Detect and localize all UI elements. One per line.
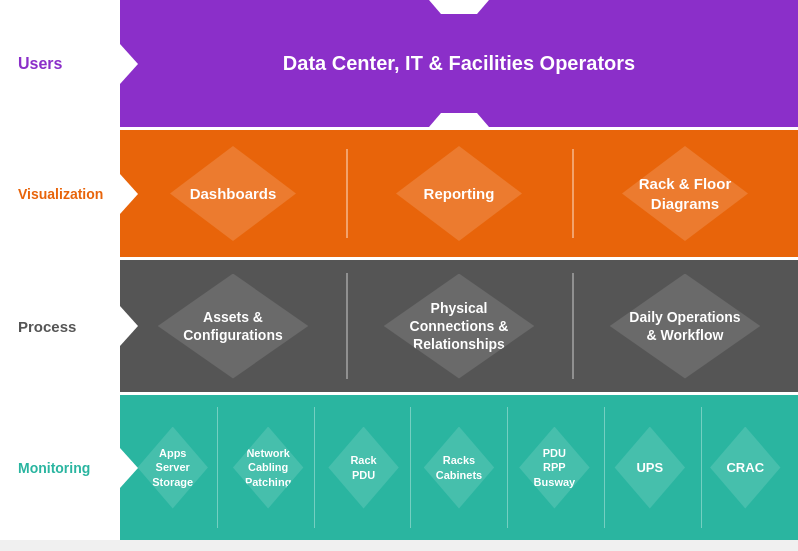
monitoring-content: Apps Server Storage Network Cabling Patc… — [120, 395, 798, 540]
proc-item-1: Assets & Configurations — [120, 274, 346, 379]
mon-label-2: Network Cabling Patching — [245, 446, 291, 489]
users-content: Data Center, IT & Facilities Operators — [120, 0, 798, 127]
proc-label-2: Physical Connections & Relationships — [410, 299, 509, 354]
visualization-arrow — [120, 174, 138, 214]
mon-item-7: CRAC — [698, 427, 793, 509]
proc-item-3: Daily Operations & Workflow — [572, 274, 798, 379]
mon-label-5: PDU RPP Busway — [534, 446, 576, 489]
mon-diamond-2: Network Cabling Patching — [224, 427, 312, 509]
mon-item-6: UPS — [602, 427, 697, 509]
mon-diamond-3: Rack PDU — [320, 427, 408, 509]
viz-diamond-2: Reporting — [384, 146, 534, 241]
bottom-notch — [429, 113, 489, 127]
process-row: Process Assets & Configurations Physical… — [0, 260, 798, 395]
process-arrow — [120, 306, 138, 346]
mon-diamond-7: CRAC — [701, 427, 789, 509]
monitoring-label: Monitoring — [8, 460, 90, 476]
viz-divider-2 — [572, 149, 574, 238]
mon-label-3: Rack PDU — [350, 453, 376, 482]
viz-divider-1 — [346, 149, 348, 238]
top-notch — [429, 0, 489, 14]
mon-item-2: Network Cabling Patching — [220, 427, 315, 509]
mon-divider-4 — [507, 407, 508, 529]
mon-label-7: CRAC — [726, 460, 764, 475]
users-label-area: Users — [0, 0, 120, 127]
viz-label-3: Rack & Floor Diagrams — [639, 174, 732, 213]
monitoring-arrow — [120, 448, 138, 488]
viz-label-2: Reporting — [424, 185, 495, 202]
diagram: Users Data Center, IT & Facilities Opera… — [0, 0, 798, 551]
viz-diamond-3: Rack & Floor Diagrams — [610, 146, 760, 241]
visualization-label-area: Visualization — [0, 130, 120, 257]
users-content-text: Data Center, IT & Facilities Operators — [283, 52, 635, 75]
mon-label-6: UPS — [636, 460, 663, 475]
users-row: Users Data Center, IT & Facilities Opera… — [0, 0, 798, 130]
proc-diamond-3: Daily Operations & Workflow — [598, 274, 773, 379]
mon-item-4: Racks Cabinets — [411, 427, 506, 509]
mon-divider-3 — [410, 407, 411, 529]
proc-divider-1 — [346, 273, 348, 379]
visualization-content: Dashboards Reporting Rack & Floor Diagra… — [120, 130, 798, 257]
visualization-row: Visualization Dashboards Reporting — [0, 130, 798, 260]
monitoring-row: Monitoring Apps Server Storage Network C… — [0, 395, 798, 540]
mon-divider-6 — [701, 407, 702, 529]
mon-diamond-5: PDU RPP Busway — [510, 427, 598, 509]
proc-label-1: Assets & Configurations — [183, 308, 283, 344]
proc-label-3: Daily Operations & Workflow — [629, 308, 740, 344]
mon-label-1: Apps Server Storage — [152, 446, 193, 489]
proc-divider-2 — [572, 273, 574, 379]
viz-diamond-1: Dashboards — [158, 146, 308, 241]
proc-diamond-2: Physical Connections & Relationships — [372, 274, 547, 379]
mon-divider-2 — [314, 407, 315, 529]
mon-item-5: PDU RPP Busway — [507, 427, 602, 509]
viz-item-1: Dashboards — [120, 146, 346, 241]
viz-label-1: Dashboards — [190, 185, 277, 202]
mon-diamond-4: Racks Cabinets — [415, 427, 503, 509]
users-arrow — [120, 44, 138, 84]
mon-label-4: Racks Cabinets — [436, 453, 482, 482]
mon-diamond-6: UPS — [606, 427, 694, 509]
mon-diamond-1: Apps Server Storage — [129, 427, 217, 509]
proc-item-2: Physical Connections & Relationships — [346, 274, 572, 379]
mon-item-1: Apps Server Storage — [125, 427, 220, 509]
viz-item-2: Reporting — [346, 146, 572, 241]
mon-divider-1 — [217, 407, 218, 529]
viz-item-3: Rack & Floor Diagrams — [572, 146, 798, 241]
mon-divider-5 — [604, 407, 605, 529]
proc-diamond-1: Assets & Configurations — [146, 274, 321, 379]
visualization-label: Visualization — [8, 186, 103, 202]
process-label: Process — [8, 318, 76, 335]
mon-item-3: Rack PDU — [316, 427, 411, 509]
monitoring-label-area: Monitoring — [0, 395, 120, 540]
users-label: Users — [8, 55, 62, 73]
process-label-area: Process — [0, 260, 120, 392]
process-content: Assets & Configurations Physical Connect… — [120, 260, 798, 392]
